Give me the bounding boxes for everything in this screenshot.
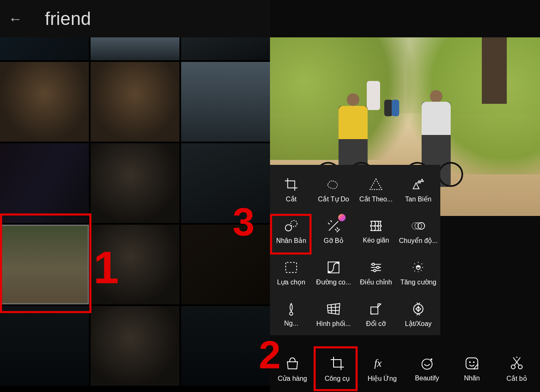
tool-resize[interactable]: Đổi cỡ xyxy=(355,294,397,335)
thumb-item[interactable] xyxy=(181,37,270,60)
premium-badge-icon xyxy=(338,214,346,221)
store-icon xyxy=(285,355,300,371)
clone-icon xyxy=(284,218,299,233)
thumb-item[interactable] xyxy=(91,62,179,142)
dispersion-icon xyxy=(411,177,426,192)
crop-icon xyxy=(284,177,299,192)
svg-point-30 xyxy=(518,365,522,368)
thumb-item[interactable] xyxy=(181,62,270,142)
enhance-icon xyxy=(411,260,426,275)
editor-header xyxy=(270,0,540,37)
svg-point-1 xyxy=(291,220,297,226)
svg-point-29 xyxy=(511,365,515,368)
bottom-beautify[interactable]: Beautify xyxy=(405,345,449,392)
thumb-item[interactable] xyxy=(181,225,270,304)
free-crop-icon xyxy=(326,177,341,192)
svg-point-7 xyxy=(328,271,330,273)
tool-crop[interactable]: Cắt xyxy=(270,169,312,211)
thumb-item[interactable] xyxy=(0,62,89,142)
svg-point-16 xyxy=(290,312,293,316)
tool-clone[interactable]: Nhân Bản xyxy=(270,211,312,252)
stretch-icon xyxy=(368,218,383,233)
tool-enhance[interactable]: Tăng cường xyxy=(397,252,439,294)
thumb-item[interactable] xyxy=(0,306,89,386)
annotation-step-3: 3 xyxy=(233,199,255,245)
thumb-item[interactable] xyxy=(91,37,179,60)
tool-stretch[interactable]: Kéo giãn xyxy=(355,211,397,252)
thumb-item[interactable] xyxy=(91,143,179,223)
album-title: friend xyxy=(45,8,91,29)
bottom-cutout[interactable]: Cắt bỏ xyxy=(494,345,539,392)
tool-shape-crop[interactable]: Cắt Theo... xyxy=(355,169,397,211)
flip-rotate-icon xyxy=(411,301,426,316)
thumb-item[interactable] xyxy=(91,306,179,386)
tools-panel: Cắt Cắt Tự Do Cắt Theo... Tan Biến xyxy=(270,165,440,335)
remove-icon xyxy=(326,218,341,233)
svg-rect-21 xyxy=(371,307,378,314)
tool-adjust[interactable]: Điều chỉnh xyxy=(355,252,397,294)
selection-icon xyxy=(284,260,299,275)
thumb-item[interactable] xyxy=(181,143,270,223)
svg-point-14 xyxy=(373,269,376,272)
thumb-item[interactable] xyxy=(0,143,89,223)
tool-tilt-shift[interactable]: Ng... xyxy=(270,294,312,335)
beautify-icon xyxy=(419,355,435,371)
tool-curves[interactable]: Đường co... xyxy=(312,252,355,294)
tool-perspective[interactable]: Hình phối... xyxy=(312,294,355,335)
effects-icon: fx xyxy=(374,355,390,371)
album-header: ← friend xyxy=(0,0,270,37)
sticker-icon xyxy=(464,355,480,371)
svg-point-8 xyxy=(337,262,339,263)
back-arrow-icon[interactable]: ← xyxy=(8,12,22,26)
bottom-bar: Cửa hàng Công cụ fx Hiệu Ứng Beautify Nh… xyxy=(270,345,540,392)
svg-point-0 xyxy=(285,225,292,231)
svg-line-17 xyxy=(328,307,339,308)
curves-icon xyxy=(326,260,341,275)
thumb-item[interactable] xyxy=(181,306,270,386)
svg-point-27 xyxy=(469,361,471,363)
tool-flip-rotate[interactable]: Lật/Xoay xyxy=(397,294,439,335)
cutout-icon xyxy=(509,355,525,371)
svg-point-28 xyxy=(473,361,475,363)
tool-remove[interactable]: Gỡ Bỏ xyxy=(312,211,355,252)
tool-dispersion[interactable]: Tan Biến xyxy=(397,169,439,211)
annotation-step-2: 2 xyxy=(259,332,281,377)
svg-point-25 xyxy=(422,359,432,370)
perspective-icon xyxy=(326,301,341,316)
tool-motion[interactable]: Chuyển độ... xyxy=(397,211,439,252)
bottom-sticker[interactable]: Nhãn xyxy=(449,345,494,392)
adjust-icon xyxy=(368,260,383,275)
tiltshift-icon xyxy=(284,301,299,316)
tool-selection[interactable]: Lựa chọn xyxy=(270,252,312,294)
tool-free-crop[interactable]: Cắt Tự Do xyxy=(312,169,355,211)
motion-icon xyxy=(411,218,426,233)
svg-point-13 xyxy=(377,266,379,269)
svg-rect-5 xyxy=(286,262,297,272)
svg-point-12 xyxy=(372,263,375,265)
annotation-step-1: 1 xyxy=(93,241,119,294)
svg-text:fx: fx xyxy=(374,357,382,368)
bottom-effects[interactable]: fx Hiệu Ứng xyxy=(360,345,405,392)
resize-icon xyxy=(368,301,383,316)
editor-panel: Cắt Cắt Tự Do Cắt Theo... Tan Biến xyxy=(270,0,540,392)
shape-crop-icon xyxy=(368,177,383,192)
album-panel: ← friend xyxy=(0,0,270,392)
svg-line-19 xyxy=(331,304,331,313)
tools-crop-icon xyxy=(329,355,345,371)
thumb-item[interactable] xyxy=(0,37,89,60)
annotation-box-1 xyxy=(0,213,91,313)
bottom-tools[interactable]: Công cụ xyxy=(315,345,360,392)
